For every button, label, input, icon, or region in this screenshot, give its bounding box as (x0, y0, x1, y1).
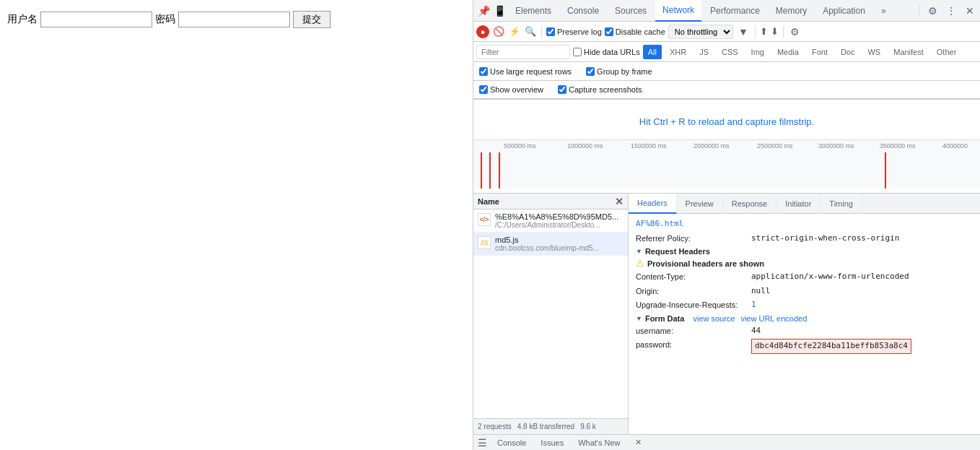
view-source-link[interactable]: view source (693, 314, 735, 323)
tab-console[interactable]: Console (560, 0, 606, 22)
content-type-value: application/x-www-form-urlencoded (751, 271, 909, 283)
referrer-policy-value: strict-origin-when-cross-origin (751, 233, 899, 245)
devtools-device-icon[interactable]: 📱 (492, 4, 507, 18)
tl-mark-3m: 3000000 ms (818, 142, 854, 150)
tab-headers[interactable]: Headers (629, 194, 677, 214)
search-icon[interactable]: 🔍 (524, 25, 537, 38)
options-bar-2: Show overview Capture screenshots (473, 81, 980, 100)
username-form-row: username: 44 (636, 325, 973, 337)
group-by-frame-checkbox[interactable]: Group by frame (586, 67, 652, 76)
filter-type-manifest[interactable]: Manifest (888, 45, 929, 59)
submit-button[interactable]: 提交 (293, 11, 331, 28)
network-settings-icon[interactable]: ⚙ (788, 25, 802, 39)
disable-cache-checkbox[interactable]: Disable cache (605, 27, 665, 36)
req-count: 2 requests (478, 423, 512, 430)
tab-response[interactable]: Response (723, 194, 777, 214)
content-type-row: Content-Type: application/x-www-form-url… (636, 271, 973, 283)
upload-icon[interactable]: ⬆ (760, 26, 768, 37)
bottom-issues-tab[interactable]: Issues (536, 438, 568, 447)
req-footer: 2 requests 4.8 kB transferred 9.6 k (473, 418, 628, 434)
record-button[interactable]: ● (476, 25, 489, 38)
provisional-warning-text: Provisional headers are shown (647, 259, 764, 268)
devtools-tabbar: 📌 📱 Elements Console Sources Network Per… (473, 0, 980, 22)
large-rows-checkbox[interactable]: Use large request rows (479, 67, 572, 76)
referrer-policy-key: Referrer Policy: (636, 233, 751, 245)
filter-type-doc[interactable]: Doc (836, 45, 860, 59)
username-input[interactable] (40, 12, 152, 27)
bottom-whats-new-tab[interactable]: What's New (574, 438, 624, 447)
devtools-toolbar-icons: ⚙ ⋮ ✕ (917, 4, 977, 18)
separator (919, 5, 919, 17)
req-list-header: Name ✕ (473, 194, 628, 209)
request-headers-section[interactable]: Request Headers (636, 247, 973, 256)
filter-type-all[interactable]: All (643, 45, 662, 59)
filter-input[interactable] (476, 45, 570, 59)
throttle-dropdown-icon[interactable]: ▼ (736, 25, 751, 39)
filter-icon[interactable]: ⚡ (508, 25, 521, 38)
tab-initiator[interactable]: Initiator (776, 194, 821, 214)
tab-elements[interactable]: Elements (508, 0, 559, 22)
filter-type-js[interactable]: JS (694, 45, 714, 59)
tab-timing[interactable]: Timing (821, 194, 862, 214)
username-form-value: 44 (751, 325, 761, 337)
filter-type-img[interactable]: Img (746, 45, 769, 59)
capture-screenshots-checkbox[interactable]: Capture screenshots (558, 85, 642, 94)
tab-performance[interactable]: Performance (703, 0, 767, 22)
request-item-2[interactable]: JS md5.js cdn.bootcss.com/blueimp-md5... (473, 233, 628, 256)
options-bar-1: Use large request rows Group by frame (473, 62, 980, 81)
login-form: 用户名 密码 提交 (7, 11, 331, 28)
filter-type-xhr[interactable]: XHR (665, 45, 691, 59)
hide-data-urls-checkbox[interactable]: Hide data URLs (573, 48, 640, 56)
devtools-inspect-icon[interactable]: 📌 (476, 4, 491, 18)
show-overview-checkbox[interactable]: Show overview (479, 85, 543, 94)
tl-mark-2m: 2000000 ms (694, 142, 730, 150)
tl-vbar-4 (885, 152, 886, 189)
view-url-encoded-link[interactable]: view URL encoded (740, 314, 807, 323)
filter-type-css[interactable]: CSS (717, 45, 743, 59)
request-item-1[interactable]: </> %E8%A1%A8%E5%8D%95MD5... /C:/Users/A… (473, 209, 628, 233)
req-url-1: /C:/Users/Administrator/Deskto... (495, 221, 624, 229)
download-icon[interactable]: ⬇ (771, 26, 779, 37)
tab-preview[interactable]: Preview (677, 194, 723, 214)
settings-icon[interactable]: ⚙ (925, 4, 940, 18)
detail-content: AF%86.html Referrer Policy: strict-origi… (629, 214, 980, 434)
filmstrip-message: Hit Ctrl + R to reload and capture films… (473, 104, 980, 139)
filter-type-ws[interactable]: WS (862, 45, 885, 59)
throttle-select[interactable]: No throttling (668, 25, 733, 39)
req-name-2: md5.js (495, 235, 624, 244)
close-detail-button[interactable]: ✕ (615, 196, 624, 207)
tl-mark-1m: 1000000 ms (567, 142, 603, 150)
clear-icon[interactable]: 🚫 (492, 25, 505, 38)
more-options-icon[interactable]: ⋮ (944, 4, 958, 18)
password-input[interactable] (178, 12, 290, 27)
username-form-key: username: (636, 325, 751, 337)
timeline-bars (473, 152, 980, 189)
tab-memory[interactable]: Memory (769, 0, 814, 22)
bottom-console-tab[interactable]: Console (493, 438, 530, 447)
request-list: Name ✕ </> %E8%A1%A8%E5%8D%95MD5... /C:/… (473, 194, 629, 434)
req-size: 9.6 k (580, 423, 596, 430)
tab-sources[interactable]: Sources (608, 0, 654, 22)
req-name-1: %E8%A1%A8%E5%8D%95MD5... (495, 212, 624, 221)
bottom-menu-icon[interactable]: ☰ (478, 437, 487, 449)
tl-mark-500k: 500000 ms (504, 142, 536, 150)
filter-type-font[interactable]: Font (807, 45, 833, 59)
form-data-section[interactable]: Form Data view source view URL encoded (636, 314, 973, 323)
network-toolbar: ● 🚫 ⚡ 🔍 Preserve log Disable cache No th… (473, 22, 980, 42)
bottom-bar: ☰ Console Issues What's New ✕ (473, 434, 980, 450)
filmstrip-area: Hit Ctrl + R to reload and capture films… (473, 100, 980, 194)
referrer-policy-row: Referrer Policy: strict-origin-when-cros… (636, 233, 973, 245)
bottom-close-tab[interactable]: ✕ (631, 438, 646, 447)
filter-type-media[interactable]: Media (772, 45, 804, 59)
detail-panel: Headers Preview Response Initiator Timin… (629, 194, 980, 434)
req-icon-2: JS (478, 236, 491, 249)
tab-network[interactable]: Network (655, 0, 701, 22)
provisional-warning-row: ⚠ Provisional headers are shown (636, 258, 973, 269)
tl-mark-4m: 4000000 (942, 142, 968, 150)
origin-value: null (751, 285, 771, 298)
preserve-log-checkbox[interactable]: Preserve log (546, 27, 602, 36)
tab-more[interactable]: » (874, 0, 893, 22)
filter-type-other[interactable]: Other (932, 45, 962, 59)
close-devtools-icon[interactable]: ✕ (963, 4, 977, 18)
tab-application[interactable]: Application (815, 0, 872, 22)
